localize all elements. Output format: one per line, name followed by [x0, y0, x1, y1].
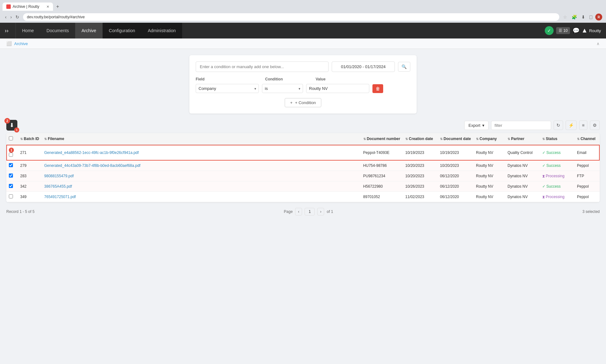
next-page-button[interactable]: ›	[317, 208, 324, 215]
cell-partner: Dynatos NV	[505, 171, 540, 181]
archive-icon: ⬜	[6, 41, 12, 46]
nav-documents[interactable]: Documents	[40, 23, 75, 38]
browser-actions: ☆ 🧩 ⬇ ⎕ R	[562, 13, 602, 21]
back-button[interactable]: ‹	[4, 13, 8, 21]
add-condition-button[interactable]: + + Condition	[285, 98, 321, 107]
row-checkbox[interactable]	[9, 173, 13, 178]
profile-button[interactable]: R	[595, 14, 602, 21]
export-chevron-icon: ▾	[482, 123, 484, 128]
table-row[interactable]: 28398088155479.pdfPU9876123410/20/202306…	[6, 171, 600, 181]
field-col-label: Field	[196, 77, 259, 81]
sidebar-button[interactable]: ⎕	[588, 13, 593, 21]
table-row[interactable]: 342386765A455.pdfH5672298010/26/202306/1…	[6, 181, 600, 192]
address-bar[interactable]	[23, 13, 559, 21]
table-filter-input[interactable]	[491, 121, 551, 130]
app-logo: ››	[0, 23, 16, 38]
select-all-checkbox[interactable]	[9, 136, 13, 140]
cell-creation-date: 10/26/2023	[403, 181, 437, 192]
cell-doc-date: 06/12/2020	[437, 192, 473, 202]
cell-doc-number: 89701052	[361, 192, 403, 202]
cell-creation-date: 11/02/2023	[403, 192, 437, 202]
extensions-button[interactable]: 🧩	[570, 13, 578, 21]
cell-filename[interactable]: 765491725071.pdf	[42, 192, 361, 202]
breadcrumb-label[interactable]: Archive	[14, 41, 28, 46]
sort-icon: ⇅	[476, 137, 478, 141]
col-header-filename[interactable]: ⇅ Filename	[42, 133, 361, 145]
new-tab-button[interactable]: +	[53, 2, 62, 11]
cell-company: Routty NV	[473, 192, 505, 202]
chat-button[interactable]: 💬	[573, 27, 579, 34]
filter-toggle-button[interactable]: ⚡	[566, 120, 577, 130]
row-checkbox[interactable]	[9, 194, 13, 198]
page-current[interactable]: 1	[305, 208, 315, 215]
processing-icon: ⧗	[542, 195, 545, 199]
cell-filename[interactable]: 98088155479.pdf	[42, 171, 361, 181]
cell-filename[interactable]: 386765A455.pdf	[42, 181, 361, 192]
cell-creation-date: 10/20/2023	[403, 161, 437, 171]
value-input[interactable]	[306, 84, 369, 93]
filter-delete-button[interactable]: 🗑	[372, 84, 383, 93]
prev-page-button[interactable]: ‹	[295, 208, 302, 215]
status-badge: ✓ Success	[542, 150, 561, 155]
col-header-company[interactable]: ⇅ Company	[473, 133, 505, 145]
cell-batch-id: 349	[18, 192, 42, 202]
nav-home[interactable]: Home	[16, 23, 40, 38]
filter-add-row: + + Condition	[196, 98, 410, 107]
filter-search-row: 🔍	[196, 62, 410, 72]
nav-archive[interactable]: Archive	[75, 23, 103, 38]
export-button[interactable]: Export ▾	[464, 121, 489, 130]
field-select-wrapper: Company	[196, 84, 259, 93]
col-header-check[interactable]	[6, 133, 18, 145]
cell-filename[interactable]: Generated_44c43a09-73b7-4f8b-b0ed-8acb60…	[42, 161, 361, 171]
col-header-channel[interactable]: ⇅ Channel	[574, 133, 600, 145]
nav-administration[interactable]: Administration	[141, 23, 182, 38]
tab-favicon	[6, 4, 11, 9]
forward-button[interactable]: ›	[9, 13, 13, 21]
table-row[interactable]: 349765491725071.pdf8970105211/02/202306/…	[6, 192, 600, 202]
condition-select[interactable]: is	[262, 84, 303, 93]
col-header-doc-number[interactable]: ⇅ Document number	[361, 133, 403, 145]
filter-headers: Field Condition Value	[196, 77, 410, 81]
refresh-button[interactable]: ↻	[554, 120, 563, 130]
table-area: ⬇ 2 1 Export ▾ ↻ ⚡ ≡ ⚙ ⇅ Batc	[6, 120, 600, 221]
routty-icon	[582, 28, 587, 33]
bookmark-button[interactable]: ☆	[562, 13, 568, 21]
download-badge-container[interactable]: ⬇ 2 1	[6, 120, 17, 131]
tab-close-btn[interactable]: ✕	[46, 5, 49, 9]
browser-tab-active[interactable]: Archive | Routty ✕	[3, 3, 53, 11]
cell-partner: Dynatos NV	[505, 161, 540, 171]
row-checkbox[interactable]	[9, 184, 13, 188]
user-menu-button[interactable]: Routty	[582, 28, 601, 33]
cell-status: ✓ Success	[540, 161, 574, 171]
row-checkbox[interactable]	[9, 153, 13, 157]
date-range-input[interactable]	[332, 62, 395, 72]
col-header-partner[interactable]: ⇅ Partner	[505, 133, 540, 145]
status-badge: ⧗ Processing	[542, 195, 564, 199]
cell-partner: Dynatos NV	[505, 181, 540, 192]
col-header-doc-date[interactable]: ⇅ Document date	[437, 133, 473, 145]
table-row[interactable]: 1271Generated_e4a88562-1ecc-49fc-ac1b-9f…	[6, 145, 600, 161]
settings-button[interactable]: ⚙	[590, 120, 600, 130]
group-button[interactable]: ≡	[579, 120, 587, 130]
breadcrumb-collapse-btn[interactable]: ∧	[597, 41, 600, 46]
col-header-batch-id[interactable]: ⇅ Batch ID	[18, 133, 42, 145]
table-row[interactable]: 279Generated_44c43a09-73b7-4f8b-b0ed-8ac…	[6, 161, 600, 171]
notifications-button[interactable]: ☰ 10	[556, 27, 570, 34]
header-right: ✓ ☰ 10 💬 Routty	[545, 23, 606, 38]
download-button[interactable]: ⬇	[580, 13, 586, 21]
notif-icon: ☰	[559, 28, 562, 33]
condition-search-input[interactable]	[196, 62, 329, 72]
search-button[interactable]: 🔍	[398, 62, 410, 72]
col-header-status[interactable]: ⇅ Status	[540, 133, 574, 145]
notif-count: 10	[563, 28, 567, 33]
table-head: ⇅ Batch ID ⇅ Filename ⇅ Document number …	[6, 133, 600, 145]
field-select[interactable]: Company	[196, 84, 259, 93]
row-checkbox[interactable]	[9, 163, 13, 167]
cell-doc-number: PU98761234	[361, 171, 403, 181]
export-label: Export	[468, 123, 480, 128]
cell-filename[interactable]: Generated_e4a88562-1ecc-49fc-ac1b-9f0e26…	[42, 145, 361, 161]
col-header-creation-date[interactable]: ⇅ Creation date	[403, 133, 437, 145]
nav-configuration[interactable]: Configuration	[103, 23, 141, 38]
cell-doc-date: 10/20/2023	[437, 161, 473, 171]
reload-button[interactable]: ↻	[14, 13, 21, 21]
